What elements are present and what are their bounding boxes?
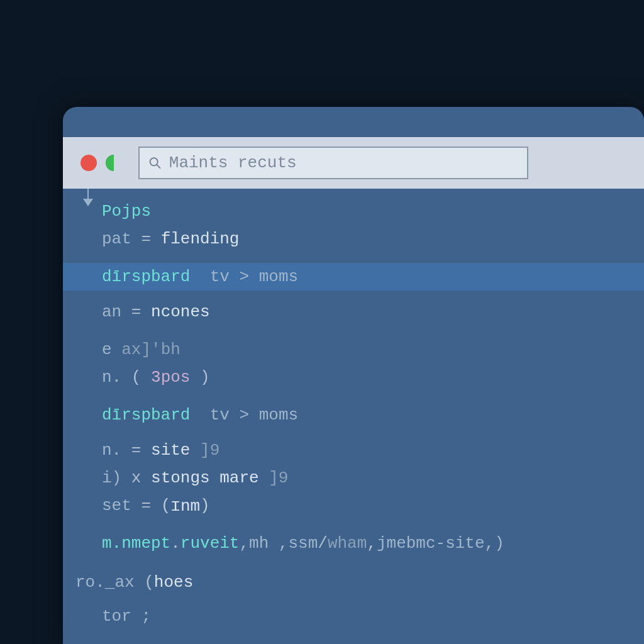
code-line[interactable]: sxsastiomill, ʒK bbox=[63, 640, 644, 644]
code-token: dīrspbard bbox=[102, 267, 190, 286]
code-editor[interactable]: Pojpspat = flendingdīrspbard tv > momsan… bbox=[63, 189, 644, 644]
code-line[interactable]: dīrspbard tv > moms bbox=[63, 401, 644, 429]
code-line[interactable]: i) x stongs mare ]9 bbox=[63, 464, 644, 492]
code-line[interactable]: Pojps bbox=[63, 197, 644, 225]
code-token: flending bbox=[161, 230, 240, 248]
code-token: e bbox=[102, 340, 121, 359]
code-token: = bbox=[121, 303, 151, 321]
code-token: jmebmc bbox=[377, 534, 436, 553]
code-token bbox=[230, 267, 240, 286]
close-icon[interactable] bbox=[80, 155, 97, 171]
search-icon bbox=[148, 156, 162, 170]
code-token: ) bbox=[200, 496, 210, 515]
code-token bbox=[190, 406, 209, 425]
code-token: m.nmept bbox=[102, 534, 170, 553]
code-line[interactable]: e ax]'bh bbox=[63, 336, 644, 364]
code-token: 3pos bbox=[151, 368, 190, 387]
code-line[interactable]: set = (ɪnm) bbox=[63, 492, 644, 519]
code-token: ruveit bbox=[180, 534, 240, 553]
code-line[interactable]: n. = site ]9 bbox=[63, 436, 644, 464]
code-token: ) bbox=[190, 368, 209, 387]
code-token: n. bbox=[102, 441, 121, 460]
code-token: tv bbox=[210, 406, 230, 425]
code-line[interactable]: pat = flending bbox=[63, 225, 644, 253]
code-token: x bbox=[121, 469, 151, 487]
code-token: i) bbox=[102, 469, 121, 487]
code-token: = bbox=[121, 441, 151, 460]
collapse-icon[interactable] bbox=[83, 199, 93, 206]
code-token bbox=[230, 406, 240, 425]
code-token: n. bbox=[102, 368, 121, 387]
code-token: . bbox=[170, 534, 180, 553]
code-line[interactable]: n. ( 3pos ) bbox=[63, 364, 644, 391]
editor-window: Pojpspat = flendingdīrspbard tv > momsan… bbox=[63, 107, 644, 644]
code-token: ( bbox=[121, 368, 151, 387]
code-token: stongs mare bbox=[151, 469, 269, 487]
search-bar[interactable] bbox=[138, 147, 528, 179]
code-token: ax]'bh bbox=[121, 340, 180, 359]
code-token: / bbox=[318, 534, 328, 553]
code-token: pat bbox=[102, 230, 131, 248]
code-token: -site,) bbox=[436, 534, 504, 553]
code-line-selected[interactable]: dīrspbard tv > moms bbox=[63, 263, 644, 291]
maximize-icon[interactable] bbox=[106, 155, 122, 171]
code-token bbox=[249, 267, 259, 286]
code-token: ]9 bbox=[269, 469, 288, 487]
code-token: Pojps bbox=[102, 202, 151, 221]
code-token: set bbox=[102, 496, 131, 515]
search-input[interactable] bbox=[169, 153, 518, 172]
code-token: > bbox=[239, 267, 249, 286]
code-token: ]9 bbox=[200, 441, 219, 460]
code-token: dīrspbard bbox=[102, 406, 190, 425]
code-token: site bbox=[151, 441, 200, 460]
code-line[interactable]: an = ncones bbox=[63, 298, 644, 326]
code-token: tor ; bbox=[102, 607, 151, 626]
code-line[interactable]: ro._ax (hoes bbox=[63, 569, 644, 596]
code-token: moms bbox=[259, 267, 298, 286]
code-token: , bbox=[367, 534, 377, 553]
code-token: ncones bbox=[151, 303, 210, 321]
code-token: moms bbox=[259, 406, 298, 425]
code-line[interactable]: m.nmept.ruveit,mh ,ssm/wham,jmebmc-site,… bbox=[63, 530, 644, 557]
code-token: tv bbox=[210, 267, 230, 286]
svg-point-0 bbox=[150, 158, 158, 165]
traffic-lights bbox=[80, 155, 122, 171]
code-token: an bbox=[102, 303, 121, 321]
svg-line-1 bbox=[157, 165, 160, 169]
code-token: > bbox=[239, 406, 249, 425]
titlebar bbox=[63, 137, 644, 189]
code-token: ro._ax bbox=[75, 573, 135, 592]
code-token: wham bbox=[328, 534, 367, 553]
code-token: ( bbox=[161, 496, 171, 515]
code-token bbox=[190, 267, 209, 286]
code-token: = bbox=[131, 230, 161, 248]
code-token bbox=[249, 406, 259, 425]
code-token: hoes bbox=[154, 573, 193, 592]
code-token: ɪnm bbox=[170, 496, 200, 516]
code-line[interactable]: tor ; bbox=[63, 602, 644, 630]
code-token: ( bbox=[135, 573, 154, 592]
code-token: = bbox=[131, 496, 161, 515]
code-token: ,mh ,ssm bbox=[239, 534, 318, 553]
